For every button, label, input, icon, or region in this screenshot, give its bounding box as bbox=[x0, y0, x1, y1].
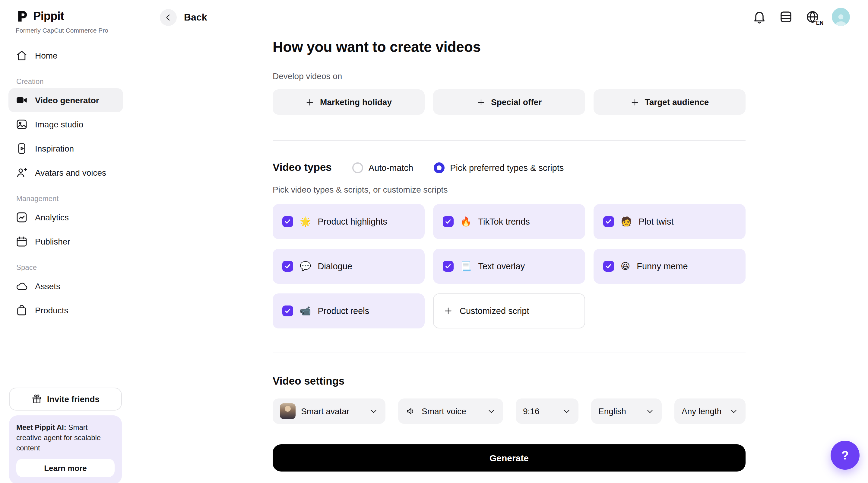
special-offer-button[interactable]: Special offer bbox=[433, 89, 585, 115]
video-generator-icon bbox=[16, 94, 28, 106]
sidebar-item-publisher[interactable]: Publisher bbox=[8, 229, 123, 254]
notifications-bell-icon[interactable] bbox=[752, 10, 767, 24]
sidebar-item-label: Home bbox=[35, 51, 58, 60]
assets-icon bbox=[16, 280, 28, 292]
chip-label: Product reels bbox=[318, 306, 369, 316]
auto-match-radio[interactable]: Auto-match bbox=[352, 162, 413, 173]
chip-funny-meme[interactable]: 😆 Funny meme bbox=[593, 249, 746, 284]
back-button[interactable] bbox=[160, 9, 177, 26]
chip-emoji: 🧑 bbox=[621, 216, 632, 227]
sidebar-item-assets[interactable]: Assets bbox=[8, 274, 123, 298]
checkbox-checked-icon bbox=[282, 261, 293, 272]
pick-preferred-radio[interactable]: Pick preferred types & scripts bbox=[434, 162, 564, 173]
language-selector[interactable]: EN bbox=[805, 10, 820, 24]
sidebar-section-creation: Creation bbox=[16, 77, 133, 86]
smart-avatar-thumbnail bbox=[280, 403, 296, 419]
sidebar-section-management: Management bbox=[16, 194, 133, 203]
marketing-holiday-button[interactable]: Marketing holiday bbox=[273, 89, 425, 115]
chip-emoji: 🌟 bbox=[300, 216, 311, 227]
pippit-logo-icon bbox=[16, 10, 29, 23]
sidebar-nav: Home Creation Video generator Image stud… bbox=[0, 44, 133, 322]
chip-product-reels[interactable]: 📹 Product reels bbox=[273, 293, 425, 329]
user-avatar[interactable] bbox=[832, 8, 850, 26]
brand-name: Pippit bbox=[33, 10, 64, 23]
chip-emoji: 📃 bbox=[460, 261, 471, 272]
promo-text: Meet Pippit AI: Smart creative agent for… bbox=[16, 423, 115, 453]
language-dropdown[interactable]: English bbox=[591, 398, 662, 424]
sidebar-item-label: Assets bbox=[35, 281, 60, 291]
customized-script-button[interactable]: Customized script bbox=[433, 293, 585, 329]
plus-icon bbox=[630, 97, 640, 107]
chip-emoji: 📹 bbox=[300, 306, 311, 316]
inspiration-icon bbox=[16, 142, 28, 154]
voice-icon bbox=[405, 406, 416, 417]
aspect-ratio-dropdown[interactable]: 9:16 bbox=[516, 398, 579, 424]
sidebar-section-space: Space bbox=[16, 263, 133, 272]
smart-avatar-dropdown[interactable]: Smart avatar bbox=[273, 398, 385, 424]
back-label: Back bbox=[184, 12, 207, 23]
chevron-down-icon bbox=[645, 407, 654, 416]
video-type-chips: 🌟 Product highlights 🔥 TikTok trends 🧑 P… bbox=[273, 204, 746, 329]
length-dropdown[interactable]: Any length bbox=[674, 398, 746, 424]
pippit-ai-promo-card: Meet Pippit AI: Smart creative agent for… bbox=[9, 416, 122, 483]
image-studio-icon bbox=[16, 118, 28, 131]
chevron-left-icon bbox=[163, 13, 173, 22]
checkbox-checked-icon bbox=[282, 216, 293, 227]
topic-buttons: Marketing holiday Special offer Target a… bbox=[273, 89, 746, 115]
sidebar-item-video-generator[interactable]: Video generator bbox=[8, 88, 123, 112]
sidebar-item-label: Avatars and voices bbox=[35, 168, 106, 177]
chip-product-highlights[interactable]: 🌟 Product highlights bbox=[273, 204, 425, 239]
chevron-down-icon bbox=[562, 407, 571, 416]
sidebar-item-label: Video generator bbox=[35, 95, 99, 105]
sidebar-item-analytics[interactable]: Analytics bbox=[8, 205, 123, 229]
sidebar-item-image-studio[interactable]: Image studio bbox=[8, 112, 123, 137]
radio-selected-icon bbox=[434, 162, 444, 173]
plus-icon bbox=[476, 97, 486, 107]
divider bbox=[273, 140, 746, 141]
products-icon bbox=[16, 304, 28, 316]
sidebar-item-label: Analytics bbox=[35, 212, 69, 222]
video-settings-heading: Video settings bbox=[273, 375, 746, 388]
chevron-down-icon bbox=[487, 407, 496, 416]
dropdown-label: 9:16 bbox=[523, 406, 539, 416]
sidebar-item-label: Publisher bbox=[35, 237, 70, 246]
dropdown-label: English bbox=[598, 406, 626, 416]
plus-icon bbox=[306, 97, 315, 107]
help-button[interactable]: ? bbox=[831, 441, 860, 470]
chip-dialogue[interactable]: 💬 Dialogue bbox=[273, 249, 425, 284]
chip-text-overlay[interactable]: 📃 Text overlay bbox=[433, 249, 585, 284]
topbar-icons: EN bbox=[752, 8, 850, 26]
invite-friends-button[interactable]: Invite friends bbox=[9, 388, 122, 410]
promo-title: Meet Pippit AI: bbox=[16, 423, 66, 432]
chip-emoji: 😆 bbox=[621, 261, 630, 272]
avatars-icon bbox=[16, 167, 28, 179]
generate-button[interactable]: Generate bbox=[273, 444, 746, 472]
learn-more-button[interactable]: Learn more bbox=[16, 459, 115, 477]
topic-button-label: Special offer bbox=[491, 97, 542, 107]
task-center-icon[interactable] bbox=[779, 10, 793, 24]
sidebar-item-label: Products bbox=[35, 306, 68, 315]
chip-label: Customized script bbox=[460, 306, 529, 316]
smart-voice-dropdown[interactable]: Smart voice bbox=[398, 398, 503, 424]
chip-label: Product highlights bbox=[318, 217, 387, 226]
chip-label: TikTok trends bbox=[478, 217, 530, 226]
dropdown-label: Smart voice bbox=[422, 406, 466, 416]
chevron-down-icon bbox=[729, 407, 738, 416]
video-settings-row: Smart avatar Smart voice 9:16 English bbox=[273, 398, 746, 424]
target-audience-button[interactable]: Target audience bbox=[593, 89, 746, 115]
radio-unselected-icon bbox=[352, 162, 363, 173]
develop-videos-label: Develop videos on bbox=[273, 71, 746, 81]
sidebar: Pippit Formerly CapCut Commerce Pro Home… bbox=[0, 0, 133, 483]
plus-icon bbox=[443, 306, 453, 316]
topic-button-label: Marketing holiday bbox=[320, 97, 392, 107]
chevron-down-icon bbox=[369, 407, 378, 416]
sidebar-item-products[interactable]: Products bbox=[8, 298, 123, 322]
sidebar-item-inspiration[interactable]: Inspiration bbox=[8, 137, 123, 161]
sidebar-item-home[interactable]: Home bbox=[8, 44, 123, 67]
chip-tiktok-trends[interactable]: 🔥 TikTok trends bbox=[433, 204, 585, 239]
chip-plot-twist[interactable]: 🧑 Plot twist bbox=[593, 204, 746, 239]
publisher-icon bbox=[16, 235, 28, 248]
sidebar-item-avatars-voices[interactable]: Avatars and voices bbox=[8, 161, 123, 185]
brand: Pippit Formerly CapCut Commerce Pro bbox=[0, 0, 133, 34]
sidebar-item-label: Image studio bbox=[35, 119, 83, 129]
